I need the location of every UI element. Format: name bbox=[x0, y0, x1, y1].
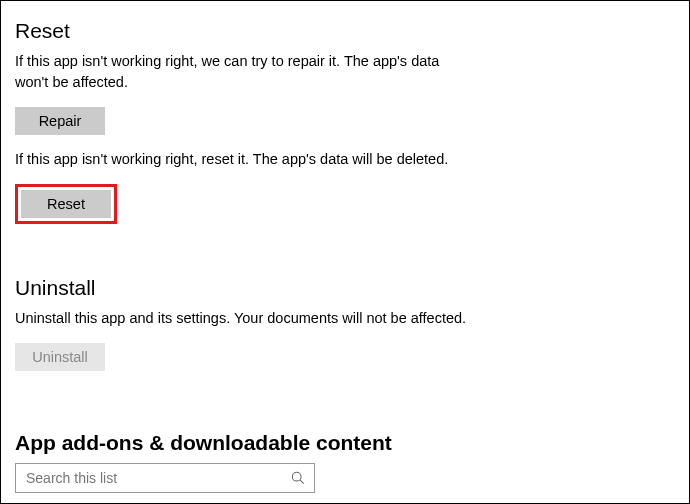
uninstall-button[interactable]: Uninstall bbox=[15, 343, 105, 371]
reset-button[interactable]: Reset bbox=[21, 190, 111, 218]
uninstall-description: Uninstall this app and its settings. You… bbox=[15, 308, 475, 329]
repair-button[interactable]: Repair bbox=[15, 107, 105, 135]
addons-title: App add-ons & downloadable content bbox=[15, 431, 675, 455]
reset-button-highlight: Reset bbox=[15, 184, 117, 224]
addons-section: App add-ons & downloadable content bbox=[15, 431, 675, 493]
reset-description: If this app isn't working right, reset i… bbox=[15, 149, 475, 170]
uninstall-title: Uninstall bbox=[15, 276, 675, 300]
search-container bbox=[15, 463, 315, 493]
reset-title: Reset bbox=[15, 19, 675, 43]
repair-description: If this app isn't working right, we can … bbox=[15, 51, 475, 93]
search-input[interactable] bbox=[15, 463, 315, 493]
reset-section: Reset If this app isn't working right, w… bbox=[15, 19, 675, 238]
uninstall-section: Uninstall Uninstall this app and its set… bbox=[15, 276, 675, 385]
